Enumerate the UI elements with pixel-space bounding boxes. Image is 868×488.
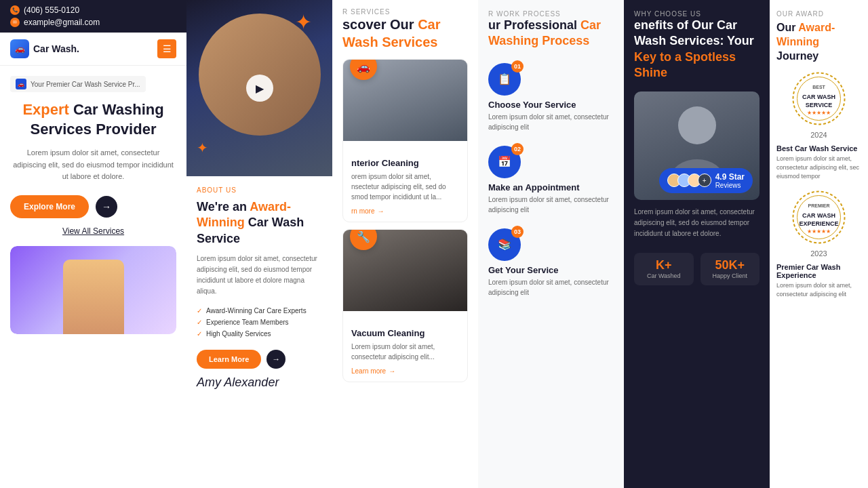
stat-car-washed: K+ Car Washed [634, 253, 694, 286]
stat-happy-client: 50K+ Happy Client [701, 253, 760, 286]
services-tag: R SERVICES [342, 8, 468, 16]
step-content-1: Choose Your Service Lorem ipsum dolor si… [488, 100, 614, 132]
awards-title-rest: Journey [776, 50, 818, 62]
service-learn-text-2: Learn more [351, 367, 386, 375]
stat-number-2: 50K+ [706, 258, 755, 272]
step-content-2: Make an Appointment Lorem ipsum dolor si… [488, 182, 614, 215]
logo-text: Car Wash. [33, 43, 79, 54]
wreath-svg-1: BEST CAR WASH SERVICE ★★★★★ [790, 70, 848, 127]
svg-text:BEST: BEST [812, 85, 825, 89]
step-2: 📅 02 Make an Appointment Lorem ipsum dol… [478, 139, 624, 222]
phone-number: (406) 555-0120 [24, 5, 79, 15]
signature: Amy Alexander [197, 375, 322, 390]
panel-awards: OUR AWARD Our Award-Winning Journey BEST… [770, 0, 868, 488]
why-title-accent: Key to a Spotless Shine [634, 50, 736, 79]
why-description: Lorem ipsum dolor sit amet, consectetur … [624, 200, 770, 246]
service-learn-text-1: rn more [351, 207, 374, 215]
award-desc-2: Lorem ipsum dolor sit amet, consectetur … [776, 281, 861, 298]
step-title-1: Choose Your Service [488, 100, 614, 110]
breadcrumb-text: Your Premier Car Wash Service Pr... [31, 81, 140, 88]
hero-title-accent: Expert [22, 101, 68, 118]
feature-item-1: Award-Winning Car Care Experts [197, 305, 322, 317]
breadcrumb: 🚗 Your Premier Car Wash Service Pr... [10, 76, 146, 92]
award-wreath-1: BEST CAR WASH SERVICE ★★★★★ [790, 70, 848, 127]
svg-text:PREMIER: PREMIER [808, 203, 830, 208]
learn-more-button[interactable]: Learn More [197, 350, 261, 369]
panel-why-choose: WHY CHOOSE US enefits of Our Car Wash Se… [624, 0, 770, 488]
svg-text:★★★★★: ★★★★★ [807, 228, 831, 235]
top-bar: 📞 (406) 555-0120 ✉ example@gmail.com [0, 0, 186, 33]
step-icon-3: 📚 03 [488, 228, 521, 261]
step-content-3: Get Your Service Lorem ipsum dolor sit a… [488, 265, 614, 298]
phone-item: 📞 (406) 555-0120 [10, 5, 176, 15]
rating-badge: + 4.9 Star Reviews [659, 168, 753, 193]
rating-text: 4.9 Star Reviews [715, 172, 745, 189]
panel-about: ▶ ✦ ✦ ABOUT US We're an Award-Winning Ca… [186, 0, 332, 488]
stat-label-2: Happy Client [706, 272, 755, 281]
star-decoration-2: ✦ [197, 140, 208, 156]
step-desc-1: Lorem ipsum dolor sit amet, consectetur … [488, 112, 614, 132]
service-card-1: 🚗 nterior Cleaning orem ipsum dolor sit … [342, 59, 468, 222]
about-section: ABOUT US We're an Award-Winning Car Wash… [186, 176, 332, 488]
learn-arrow-button[interactable]: → [267, 350, 285, 369]
rating-label: Reviews [715, 182, 741, 189]
awards-title: Our Award-Winning Journey [776, 21, 861, 63]
step-3: 📚 03 Get Your Service Lorem ipsum dolor … [478, 222, 624, 304]
service-title-1: nterior Cleaning [351, 158, 459, 168]
email-item: ✉ example@gmail.com [10, 18, 176, 27]
step-icon-row-2: 📅 02 [488, 146, 614, 178]
video-section: ▶ ✦ ✦ [186, 0, 332, 176]
award-title-1: Best Car Wash Service [776, 144, 861, 152]
service-desc-1: orem ipsum dolor sit amet, nsectetur adi… [351, 171, 459, 202]
about-tag: ABOUT US [197, 186, 322, 194]
arrow-icon-2: → [389, 367, 395, 375]
panel-work-process: R WORK PROCESS ur Professional Car Washi… [478, 0, 624, 488]
wreath-svg-2: PREMIER CAR WASH EXPERIENCE ★★★★★ [790, 188, 848, 246]
service-desc-2: Lorem ipsum dolor sit amet, consectetur … [351, 342, 459, 362]
why-title-pre: enefits of Our Car Wash Services: Your [634, 18, 754, 47]
why-header: WHY CHOOSE US enefits of Our Car Wash Se… [624, 0, 770, 92]
step-1: 📋 01 Choose Your Service Lorem ipsum dol… [478, 56, 624, 139]
about-title: We're an Award-Winning Car Wash Service [197, 199, 322, 247]
learn-more-group: Learn More → [197, 350, 322, 369]
feature-item-2: Experience Team Members [197, 317, 322, 328]
logo-icon: 🚗 [10, 39, 29, 58]
view-all-services-link[interactable]: View All Services [10, 226, 176, 236]
work-tag: R WORK PROCESS [488, 10, 614, 18]
svg-text:CAR WASH: CAR WASH [802, 212, 835, 219]
step-icon-row-1: 📋 01 [488, 63, 614, 96]
explore-more-button[interactable]: Explore More [10, 195, 89, 218]
breadcrumb-icon: 🚗 [16, 79, 26, 89]
step-title-2: Make an Appointment [488, 182, 614, 192]
svg-point-0 [678, 106, 716, 144]
hero-person-image [10, 246, 176, 334]
services-title-pre: scover Our [342, 17, 418, 32]
step-number-2: 02 [511, 143, 524, 155]
step-number-3: 03 [511, 226, 524, 238]
award-desc-1: Lorem ipsum dolor sit amet, consectetur … [776, 155, 861, 180]
work-process-header: R WORK PROCESS ur Professional Car Washi… [478, 0, 624, 56]
arrow-icon-1: → [377, 207, 384, 215]
award-year-2: 2023 [776, 249, 861, 258]
services-title: scover Our Car Wash Services [342, 16, 468, 51]
service-card-body-1: nterior Cleaning orem ipsum dolor sit am… [343, 141, 467, 222]
service-learn-more-1[interactable]: rn more → [351, 207, 459, 215]
award-title-2: Premier Car Wash Experience [776, 263, 861, 279]
awards-title-pre: Our [776, 22, 798, 33]
award-entry-1: BEST CAR WASH SERVICE ★★★★★ 2024 Best Ca… [776, 70, 861, 180]
feature-item-3: High Quality Services [197, 328, 322, 340]
hero-section: 🚗 Your Premier Car Wash Service Pr... Ex… [0, 66, 186, 488]
panel-services: R SERVICES scover Our Car Wash Services … [332, 0, 478, 488]
avatar-plus: + [698, 174, 711, 187]
step-icon-row-3: 📚 03 [488, 228, 614, 261]
service-card-2: 🔧 Vacuum Cleaning Lorem ipsum dolor sit … [342, 229, 468, 382]
feature-list: Award-Winning Car Care Experts Experienc… [197, 305, 322, 340]
awards-tag: OUR AWARD [776, 10, 861, 18]
panel-hero: 📞 (406) 555-0120 ✉ example@gmail.com 🚗 C… [0, 0, 186, 488]
explore-arrow-button[interactable]: → [96, 196, 117, 218]
service-learn-more-2[interactable]: Learn more → [351, 367, 459, 375]
about-description: Lorem ipsum dolor sit amet, consectetur … [197, 253, 322, 297]
logo: 🚗 Car Wash. [10, 39, 79, 58]
menu-button[interactable]: ☰ [157, 39, 176, 58]
play-button[interactable]: ▶ [246, 75, 273, 102]
